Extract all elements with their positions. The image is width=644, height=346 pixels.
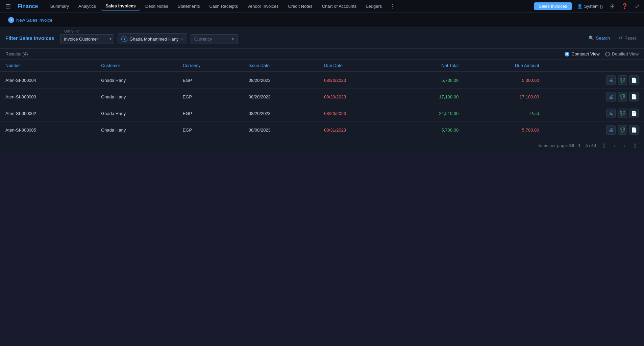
cell-number: Aten-SI-000004 bbox=[0, 72, 96, 89]
table-row[interactable]: Aten-SI-000005 Ghada Hany EGP 08/08/2023… bbox=[0, 122, 644, 138]
nav-chart-of-accounts[interactable]: Chart of Accounts bbox=[318, 2, 361, 10]
help-icon[interactable]: ❓ bbox=[619, 2, 630, 11]
col-due-date[interactable]: Due Date bbox=[319, 60, 394, 72]
grid-icon[interactable]: ⊞ bbox=[608, 2, 617, 11]
cell-actions: 🖨 💱 📄 bbox=[544, 89, 644, 105]
nav-debit-notes[interactable]: Debit Notes bbox=[141, 2, 172, 10]
customer-list-icon[interactable]: ≡ bbox=[181, 36, 183, 42]
reset-button[interactable]: ↺ Reset bbox=[616, 34, 639, 42]
document-button[interactable]: 📄 bbox=[629, 92, 639, 101]
cell-issue-date: 08/20/2023 bbox=[243, 72, 319, 89]
sub-bar: + New Sales Invoice bbox=[0, 13, 644, 27]
currency-filter[interactable]: Currency ▾ bbox=[191, 34, 238, 44]
cell-net-total: 5,700.00 bbox=[394, 122, 464, 138]
table-row[interactable]: Aten-SI-000004 Ghada Hany EGP 08/20/2023… bbox=[0, 72, 644, 89]
customer-filter-pill[interactable]: + Ghada Mohammed Hany ≡ bbox=[118, 33, 187, 44]
currency-label: Currency bbox=[194, 37, 212, 42]
payment-button[interactable]: 💱 bbox=[618, 109, 627, 118]
app-brand: Finance bbox=[15, 3, 41, 9]
query-for-dropdown[interactable]: Query For Invoice Customer bbox=[60, 32, 114, 44]
cell-customer: Ghada Hany bbox=[96, 89, 177, 105]
table-row[interactable]: Aten-SI-000003 Ghada Hany EGP 08/20/2023… bbox=[0, 89, 644, 105]
col-currency[interactable]: Currency bbox=[177, 60, 243, 72]
currency-dropdown-icon: ▾ bbox=[232, 37, 234, 42]
pagination-bar: Items per page: 50 1 – 4 of 4 ⟪ ‹ › ⟫ bbox=[0, 138, 644, 153]
payment-button[interactable]: 💱 bbox=[618, 75, 627, 85]
document-button[interactable]: 📄 bbox=[629, 125, 639, 135]
user-menu[interactable]: 👤 System () bbox=[574, 2, 605, 10]
nav-sales-invoices[interactable]: Sales Invoices bbox=[101, 2, 140, 10]
col-due-amount[interactable]: Due Amount bbox=[464, 60, 544, 72]
add-customer-icon[interactable]: + bbox=[121, 36, 127, 42]
invoices-table-container: Number Customer Currency Issue Date Due … bbox=[0, 60, 644, 138]
new-invoice-label: New Sales Invoice bbox=[16, 18, 52, 23]
expand-icon[interactable]: ⤢ bbox=[633, 2, 641, 11]
cell-actions: 🖨 💱 📄 bbox=[544, 122, 644, 138]
payment-button[interactable]: 💱 bbox=[618, 125, 627, 135]
top-navigation: ☰ Finance Summary Analytics Sales Invoic… bbox=[0, 0, 644, 13]
results-count: Results: (4) bbox=[5, 51, 28, 56]
col-issue-date[interactable]: Issue Date bbox=[243, 60, 319, 72]
col-customer[interactable]: Customer bbox=[96, 60, 177, 72]
print-button[interactable]: 🖨 bbox=[606, 125, 616, 135]
cell-currency: EGP bbox=[177, 89, 243, 105]
cell-due-date: 08/20/2023 bbox=[319, 72, 394, 89]
search-icon: 🔍 bbox=[589, 36, 594, 41]
nav-credit-notes[interactable]: Credit Notes bbox=[284, 2, 317, 10]
user-name: System () bbox=[584, 4, 603, 9]
query-for-label: Query For bbox=[63, 29, 81, 33]
nav-vendor-invoices[interactable]: Vendor Invoices bbox=[243, 2, 283, 10]
cell-due-date: 08/20/2023 bbox=[319, 89, 394, 105]
filter-title: Filter Sales Invoices bbox=[5, 35, 54, 41]
new-sales-invoice-button[interactable]: + New Sales Invoice bbox=[5, 16, 55, 24]
search-label: Search bbox=[596, 36, 610, 41]
compact-view-radio[interactable] bbox=[565, 52, 569, 56]
last-page-button[interactable]: ⟫ bbox=[631, 142, 639, 149]
pagination-range: 1 – 4 of 4 bbox=[578, 143, 596, 148]
user-icon: 👤 bbox=[577, 4, 583, 9]
print-button[interactable]: 🖨 bbox=[606, 92, 616, 101]
active-module-badge: Sales Invoices bbox=[534, 2, 572, 10]
invoices-table: Number Customer Currency Issue Date Due … bbox=[0, 60, 644, 138]
print-button[interactable]: 🖨 bbox=[606, 109, 616, 118]
table-row[interactable]: Aten-SI-000002 Ghada Hany EGP 08/20/2023… bbox=[0, 105, 644, 122]
cell-net-total: 17,100.00 bbox=[394, 89, 464, 105]
cell-currency: EGP bbox=[177, 72, 243, 89]
invoice-customer-select[interactable]: Invoice Customer bbox=[60, 34, 114, 44]
search-button[interactable]: 🔍 Search bbox=[586, 34, 613, 42]
reset-icon: ↺ bbox=[619, 36, 622, 41]
results-bar: Results: (4) Compact View Detailed View bbox=[0, 49, 644, 60]
detailed-view-radio[interactable] bbox=[605, 52, 610, 56]
col-number[interactable]: Number bbox=[0, 60, 96, 72]
view-toggle: Compact View Detailed View bbox=[565, 51, 639, 56]
invoice-customer-select-wrapper[interactable]: Invoice Customer bbox=[60, 34, 114, 44]
cell-customer: Ghada Hany bbox=[96, 72, 177, 89]
compact-view-label: Compact View bbox=[571, 51, 600, 56]
nav-more-icon[interactable]: ⋮ bbox=[387, 2, 398, 11]
customer-name-value: Ghada Mohammed Hany bbox=[129, 37, 178, 42]
nav-analytics[interactable]: Analytics bbox=[74, 2, 100, 10]
detailed-view-option[interactable]: Detailed View bbox=[605, 51, 639, 56]
payment-button[interactable]: 💱 bbox=[618, 92, 627, 101]
nav-ledgers[interactable]: Ledgers bbox=[362, 2, 386, 10]
cell-actions: 🖨 💱 📄 bbox=[544, 105, 644, 122]
nav-summary[interactable]: Summary bbox=[46, 2, 73, 10]
prev-page-button[interactable]: ‹ bbox=[612, 142, 617, 149]
hamburger-icon[interactable]: ☰ bbox=[3, 1, 14, 11]
plus-circle-icon: + bbox=[8, 17, 14, 23]
nav-statements[interactable]: Statements bbox=[174, 2, 204, 10]
document-button[interactable]: 📄 bbox=[629, 109, 639, 118]
print-button[interactable]: 🖨 bbox=[606, 75, 616, 85]
col-actions bbox=[544, 60, 644, 72]
first-page-button[interactable]: ⟪ bbox=[600, 142, 608, 149]
compact-view-option[interactable]: Compact View bbox=[565, 51, 600, 56]
col-net-total[interactable]: Net Total bbox=[394, 60, 464, 72]
nav-right-section: Sales Invoices 👤 System () ⊞ ❓ ⤢ bbox=[534, 2, 641, 11]
cell-due-date: 08/31/2023 bbox=[319, 122, 394, 138]
document-button[interactable]: 📄 bbox=[629, 75, 639, 85]
detailed-view-label: Detailed View bbox=[612, 51, 639, 56]
cell-issue-date: 08/20/2023 bbox=[243, 89, 319, 105]
cell-customer: Ghada Hany bbox=[96, 122, 177, 138]
nav-cash-receipts[interactable]: Cash Receipts bbox=[205, 2, 242, 10]
next-page-button[interactable]: › bbox=[622, 142, 627, 149]
